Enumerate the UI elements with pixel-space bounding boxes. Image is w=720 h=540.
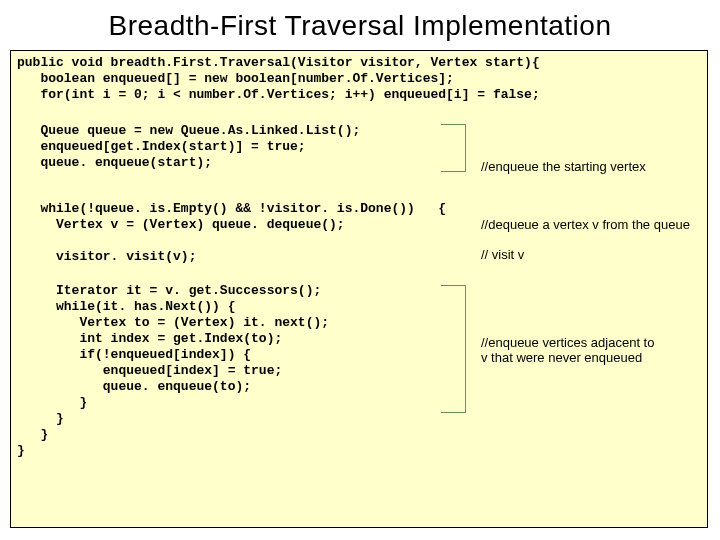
code-block-init: Queue queue = new Queue.As.Linked.List()…: [17, 123, 360, 171]
annotation-enqueue-adjacent: //enqueue vertices adjacent to v that we…: [481, 335, 654, 365]
annotation-line: v that were never enqueued: [481, 350, 654, 365]
code-block-visit: visitor. visit(v);: [17, 249, 196, 265]
page-title: Breadth-First Traversal Implementation: [0, 10, 720, 42]
code-line: Queue queue = new Queue.As.Linked.List()…: [17, 123, 360, 139]
code-line: enqueued[get.Index(start)] = true;: [17, 139, 360, 155]
annotation-visit: // visit v: [481, 247, 524, 262]
code-line: Vertex to = (Vertex) it. next();: [17, 315, 329, 331]
code-line: queue. enqueue(to);: [17, 379, 329, 395]
code-block-loop-head: while(!queue. is.Empty() && !visitor. is…: [17, 201, 446, 233]
code-line: for(int i = 0; i < number.Of.Vertices; i…: [17, 87, 540, 103]
annotation-dequeue: //dequeue a vertex v from the queue: [481, 217, 690, 232]
annotation-line: //enqueue vertices adjacent to: [481, 335, 654, 350]
code-line: if(!enqueued[index]) {: [17, 347, 329, 363]
code-line: Iterator it = v. get.Successors();: [17, 283, 329, 299]
code-line: enqueued[index] = true;: [17, 363, 329, 379]
code-line: while(!queue. is.Empty() && !visitor. is…: [17, 201, 446, 217]
code-line: Vertex v = (Vertex) queue. dequeue();: [17, 217, 446, 233]
code-line: visitor. visit(v);: [17, 249, 196, 265]
code-line: while(it. has.Next()) {: [17, 299, 329, 315]
bracket-icon: [441, 124, 466, 172]
bracket-icon: [441, 285, 466, 413]
code-panel: public void breadth.First.Traversal(Visi…: [10, 50, 708, 528]
code-line: boolean enqueued[] = new boolean[number.…: [17, 71, 540, 87]
code-line: }: [17, 395, 329, 411]
code-line: }: [17, 443, 329, 459]
code-line: int index = get.Index(to);: [17, 331, 329, 347]
code-block-iterator: Iterator it = v. get.Successors(); while…: [17, 283, 329, 459]
code-line: public void breadth.First.Traversal(Visi…: [17, 55, 540, 71]
code-line: }: [17, 411, 329, 427]
annotation-enqueue-start: //enqueue the starting vertex: [481, 159, 646, 174]
code-block-signature: public void breadth.First.Traversal(Visi…: [17, 55, 540, 103]
code-line: queue. enqueue(start);: [17, 155, 360, 171]
code-line: }: [17, 427, 329, 443]
